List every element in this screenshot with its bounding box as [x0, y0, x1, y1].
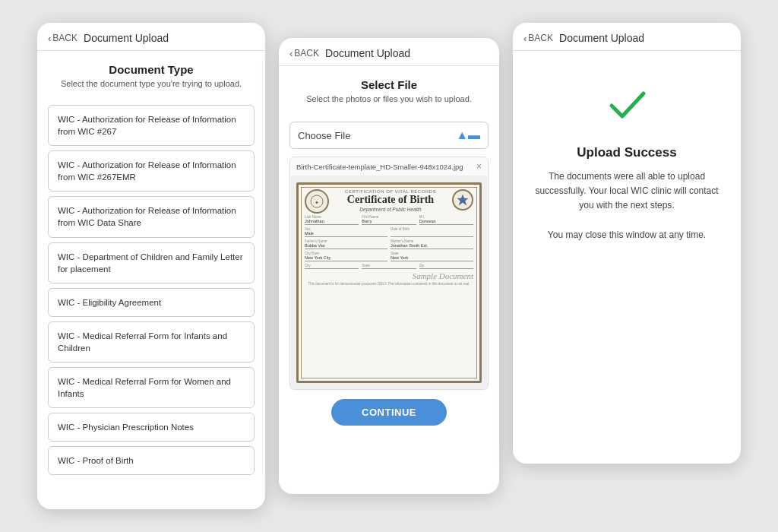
file-name-text: Birth-Certificate-template_HD-Smaller-94…: [296, 163, 463, 171]
screen2-back-label: BACK: [294, 48, 319, 59]
screen2-select-file: ‹ BACK Document Upload Select File Selec…: [279, 38, 499, 494]
certificate-border: ✦ CERTIFICATION OF VITAL RECORDS Certifi…: [296, 182, 482, 383]
doc-list-item[interactable]: WIC - Medical Referral Form for Infants …: [48, 321, 255, 363]
screen2-header: ‹ BACK Document Upload: [279, 38, 499, 66]
choose-file-row[interactable]: Choose File ▲▬: [289, 122, 489, 149]
screen3-back-button[interactable]: ‹ BACK: [523, 33, 553, 44]
screen3-back-label: BACK: [528, 33, 553, 43]
cert-sample-stamp: Sample Document: [305, 271, 473, 280]
doc-list-item[interactable]: WIC - Authorization for Release of Infor…: [48, 150, 255, 192]
doc-list-item[interactable]: WIC - Physician Prescription Notes: [48, 413, 255, 442]
screen2-header-title: Document Upload: [325, 47, 410, 59]
select-file-section: Select File Select the photos or files y…: [279, 66, 499, 122]
screen3-header-title: Document Upload: [559, 32, 644, 44]
screen1-header-title: Document Upload: [84, 32, 169, 44]
cert-seal-icon: ✦: [305, 189, 329, 214]
screen2-back-button[interactable]: ‹ BACK: [289, 48, 319, 59]
screen3-header: ‹ BACK Document Upload: [513, 23, 741, 51]
doc-list-item[interactable]: WIC - Department of Children and Family …: [48, 242, 255, 283]
doc-type-section: Document Type Select the document type y…: [37, 51, 265, 105]
svg-text:✦: ✦: [315, 200, 319, 205]
back-chevron-icon-2: ‹: [289, 48, 293, 59]
close-file-icon[interactable]: ×: [476, 161, 482, 172]
back-chevron-icon: ‹: [48, 33, 51, 44]
doc-type-subtitle: Select the document type you're trying t…: [48, 79, 255, 88]
select-file-title: Select File: [289, 78, 489, 91]
checkmark-container: [604, 81, 650, 130]
doc-list-item[interactable]: WIC - Eligibility Agreement: [48, 288, 255, 317]
success-section: Upload Success The documents were all ab…: [513, 51, 741, 261]
doc-list-item[interactable]: WIC - Medical Referral Form for Women an…: [48, 367, 255, 408]
success-title: Upload Success: [577, 145, 676, 160]
cert-title-area: CERTIFICATION OF VITAL RECORDS Certifica…: [332, 189, 449, 212]
cert-dept-label: Department of Public Health: [332, 207, 449, 212]
certificate-preview: ✦ CERTIFICATION OF VITAL RECORDS Certifi…: [290, 176, 488, 389]
cert-header-row: ✦ CERTIFICATION OF VITAL RECORDS Certifi…: [305, 189, 473, 214]
select-file-subtitle: Select the photos or files you wish to u…: [289, 94, 489, 103]
doc-list-item[interactable]: WIC - Authorization for Release of Infor…: [48, 196, 255, 237]
file-preview-container: Birth-Certificate-template_HD-Smaller-94…: [289, 157, 489, 390]
doc-list-item[interactable]: WIC - Authorization for Release of Infor…: [48, 105, 255, 146]
file-name-row: Birth-Certificate-template_HD-Smaller-94…: [290, 157, 488, 176]
choose-file-label: Choose File: [298, 130, 450, 141]
success-message: The documents were all able to upload su…: [531, 169, 723, 242]
continue-button[interactable]: CONTINUE: [331, 399, 447, 426]
screen3-upload-success: ‹ BACK Document Upload Upload Success Th…: [513, 23, 741, 464]
upload-cloud-icon: ▲▬: [456, 128, 480, 142]
screen1-back-button[interactable]: ‹ BACK: [48, 33, 77, 44]
success-checkmark-icon: [604, 81, 650, 127]
cert-form-area: Last NameJohnathan First NameBarry M.I.D…: [305, 215, 473, 378]
cert-footer-text: This document is for demonstration purpo…: [305, 282, 473, 287]
doc-list-item[interactable]: WIC - Proof of Birth: [48, 446, 255, 475]
doc-list: WIC - Authorization for Release of Infor…: [37, 105, 265, 486]
screen1-back-label: BACK: [52, 33, 77, 43]
screen1-document-type: ‹ BACK Document Upload Document Type Sel…: [37, 23, 265, 509]
back-chevron-icon-3: ‹: [523, 33, 527, 44]
cert-main-title: Certificate of Birth: [332, 194, 449, 207]
screen1-header: ‹ BACK Document Upload: [37, 23, 265, 51]
doc-type-title: Document Type: [48, 63, 255, 76]
cert-medical-icon: [452, 189, 473, 211]
